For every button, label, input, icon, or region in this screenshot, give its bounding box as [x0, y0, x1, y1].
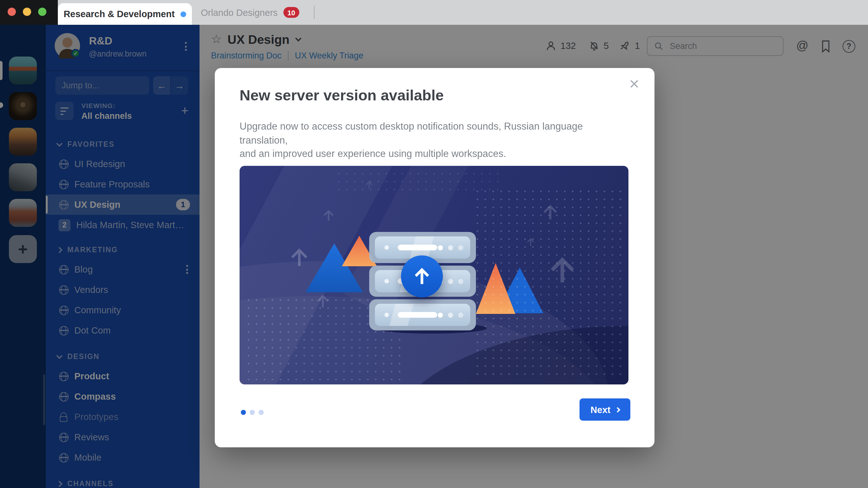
ghost-arrow-up-icon [364, 180, 374, 190]
carousel-dots [241, 410, 264, 415]
zoom-window-button[interactable] [38, 8, 46, 16]
tab-label: Research & Development [64, 9, 175, 19]
minimize-window-button[interactable] [23, 8, 31, 16]
ghost-arrow-up-icon [541, 203, 560, 222]
server-unit [369, 299, 476, 330]
ghost-arrow-up-icon [288, 246, 311, 269]
carousel-dot-3[interactable] [259, 410, 264, 415]
close-icon[interactable]: × [629, 75, 639, 93]
tab-orlando-designers[interactable]: Orlando Designers 10 [201, 0, 299, 25]
tab-unread-badge: 10 [283, 7, 299, 18]
arrow-up-icon [410, 265, 433, 288]
server-upgrade-illustration [240, 166, 628, 385]
modal-body-text: Upgrade now to access custom desktop not… [240, 119, 633, 160]
ghost-arrow-up-icon [321, 208, 336, 222]
unread-dot-icon [181, 11, 186, 17]
next-button[interactable]: Next [580, 398, 630, 421]
tab-divider [314, 6, 314, 19]
chevron-right-icon [615, 407, 620, 413]
modal-title: New server version available [240, 87, 444, 104]
carousel-dot-2[interactable] [250, 410, 255, 415]
ghost-arrow-up-icon [546, 253, 579, 286]
close-window-button[interactable] [8, 8, 16, 16]
ghost-arrow-up-icon [526, 237, 536, 247]
upgrade-modal: × New server version available Upgrade n… [215, 68, 654, 447]
tab-label: Orlando Designers [201, 7, 278, 18]
tab-research-and-development[interactable]: Research & Development [58, 3, 192, 25]
upload-arrow-circle [401, 255, 443, 297]
carousel-dot-1[interactable] [241, 410, 246, 415]
ghost-arrow-up-icon [314, 293, 331, 309]
window-controls [8, 8, 46, 16]
window-titlebar: Research & Development Orlando Designers… [0, 0, 868, 25]
